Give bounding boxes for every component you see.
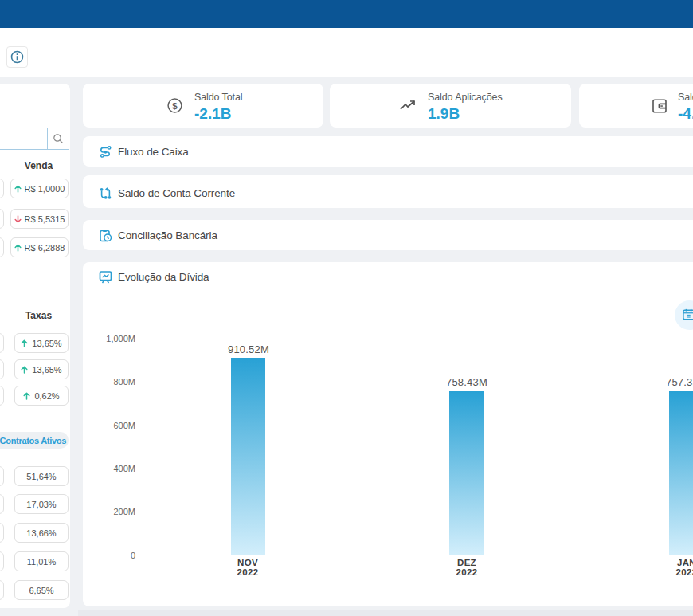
- svg-text:$: $: [172, 101, 178, 111]
